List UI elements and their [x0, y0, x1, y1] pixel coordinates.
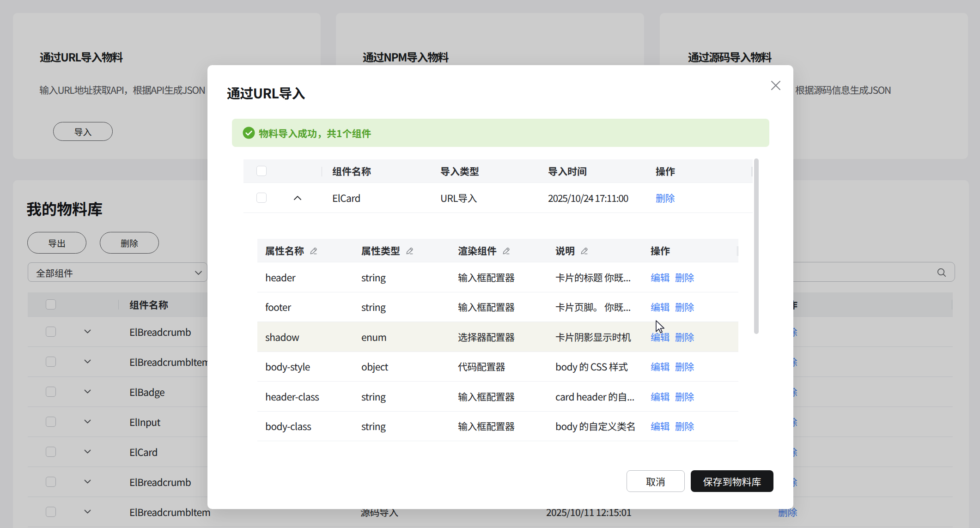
renderer-cell: 输入框配置器 [446, 300, 543, 314]
desc-cell: body 的自定义类名 [543, 419, 639, 433]
desc-cell: card header 的自... [543, 389, 639, 403]
column-header-label: 操作 [651, 243, 670, 257]
prop-type-cell: string [350, 419, 446, 433]
prop-type-cell: string [350, 389, 446, 403]
prop-type-cell: string [350, 300, 446, 314]
column-divider [752, 167, 753, 176]
table-header-row: 属性名称 属性类型 渲染组件 说明 操作 [257, 239, 738, 262]
prop-name-cell: shadow [257, 330, 350, 344]
alert-message: 物料导入成功，共1个组件 [259, 119, 371, 147]
column-header-desc: 说明 [543, 243, 639, 257]
success-alert: 物料导入成功，共1个组件 [232, 119, 769, 147]
column-divider [322, 167, 322, 176]
edit-link[interactable]: 编辑 [651, 389, 670, 403]
column-divider [737, 246, 737, 256]
table-row[interactable]: ElCard URL导入 2025/10/24 17:11:00 删除 [243, 183, 753, 213]
prop-type-cell: string [350, 270, 446, 284]
column-header-name: 组件名称 [322, 164, 430, 178]
column-header-label: 组件名称 [332, 164, 371, 178]
page: 通过URL导入物料 输入URL地址获取API，根据API生成JSON 导入 通过… [0, 0, 980, 528]
prop-name-cell: header [257, 270, 350, 284]
prop-row[interactable]: footer string 输入框配置器 卡片页脚。 你既... 编辑删除 [257, 292, 738, 322]
prop-type-cell: enum [350, 330, 446, 344]
column-header-prop-name: 属性名称 [257, 243, 350, 257]
chevron-up-icon[interactable] [293, 195, 302, 200]
prop-row[interactable]: body-class string 输入框配置器 body 的自定义类名 编辑删… [257, 412, 738, 442]
column-header-label: 操作 [656, 164, 675, 178]
select-all-checkbox[interactable] [256, 166, 267, 176]
edit-link[interactable]: 编辑 [651, 419, 670, 433]
prop-row[interactable]: header-class string 输入框配置器 card header 的… [257, 382, 738, 412]
row-checkbox[interactable] [256, 193, 267, 203]
delete-link[interactable]: 删除 [675, 300, 694, 314]
prop-row[interactable]: header string 输入框配置器 卡片的标题 你既... 编辑删除 [257, 262, 738, 292]
edit-link[interactable]: 编辑 [651, 300, 670, 314]
delete-link[interactable]: 删除 [675, 359, 694, 373]
mouse-cursor [655, 320, 669, 336]
edit-pen-icon[interactable] [579, 246, 589, 255]
column-header-prop-type: 属性类型 [350, 243, 446, 257]
modal-scrollbar-thumb[interactable] [754, 158, 759, 334]
column-header-label: 属性名称 [265, 243, 304, 257]
import-type-cell: URL导入 [430, 191, 537, 205]
column-divider [738, 246, 738, 256]
column-header-label: 渲染组件 [458, 243, 497, 257]
import-time-cell: 2025/10/24 17:11:00 [537, 191, 645, 205]
column-header-label: 说明 [555, 243, 575, 257]
delete-link[interactable]: 删除 [675, 389, 694, 403]
success-check-icon [243, 127, 255, 139]
prop-row[interactable]: body-style object 代码配置器 body 的 CSS 样式 编辑… [257, 352, 738, 382]
prop-type-cell: object [350, 359, 446, 373]
column-header-label: 导入类型 [440, 164, 479, 178]
component-name-cell: ElCard [322, 191, 430, 205]
desc-cell: 卡片页脚。 你既... [543, 300, 639, 314]
delete-link[interactable]: 删除 [675, 419, 694, 433]
prop-name-cell: body-style [257, 359, 350, 373]
column-header-label: 导入时间 [548, 164, 587, 178]
renderer-cell: 输入框配置器 [446, 389, 543, 403]
save-to-library-button[interactable]: 保存到物料库 [691, 470, 773, 492]
close-icon[interactable] [768, 78, 783, 93]
renderer-cell: 输入框配置器 [446, 419, 543, 433]
edit-pen-icon[interactable] [309, 246, 318, 255]
dialog-title: 通过URL导入 [227, 83, 305, 102]
delete-link[interactable]: 删除 [656, 191, 675, 205]
delete-link[interactable]: 删除 [675, 270, 694, 284]
import-url-dialog: 通过URL导入 物料导入成功，共1个组件 组件名称 导入类型 导入时间 操作 E… [207, 65, 793, 509]
column-header-renderer: 渲染组件 [446, 243, 543, 257]
column-header-time: 导入时间 [537, 164, 645, 178]
desc-cell: 卡片的标题 你既... [543, 270, 639, 284]
renderer-cell: 代码配置器 [446, 359, 543, 373]
prop-name-cell: footer [257, 300, 350, 314]
edit-link[interactable]: 编辑 [651, 359, 670, 373]
column-header-ops: 操作 [645, 164, 753, 178]
edit-link[interactable]: 编辑 [651, 270, 670, 284]
delete-link[interactable]: 删除 [675, 330, 694, 344]
renderer-cell: 选择器配置器 [446, 330, 543, 344]
edit-pen-icon[interactable] [405, 246, 414, 255]
desc-cell: body 的 CSS 样式 [543, 359, 639, 373]
desc-cell: 卡片阴影显示时机 [543, 330, 639, 344]
cancel-button[interactable]: 取消 [627, 470, 685, 492]
renderer-cell: 输入框配置器 [446, 270, 543, 284]
prop-name-cell: body-class [257, 419, 350, 433]
column-header-label: 属性类型 [361, 243, 400, 257]
column-header-ops: 操作 [639, 243, 738, 257]
column-divider [751, 167, 752, 176]
edit-pen-icon[interactable] [501, 246, 511, 255]
component-props-table: 属性名称 属性类型 渲染组件 说明 操作 header string 输入框配置… [257, 239, 738, 441]
table-header-row: 组件名称 导入类型 导入时间 操作 [243, 159, 753, 183]
prop-name-cell: header-class [257, 389, 350, 403]
imported-components-table: 组件名称 导入类型 导入时间 操作 ElCard URL导入 2025/10/2… [243, 159, 753, 213]
column-header-type: 导入类型 [430, 164, 537, 178]
